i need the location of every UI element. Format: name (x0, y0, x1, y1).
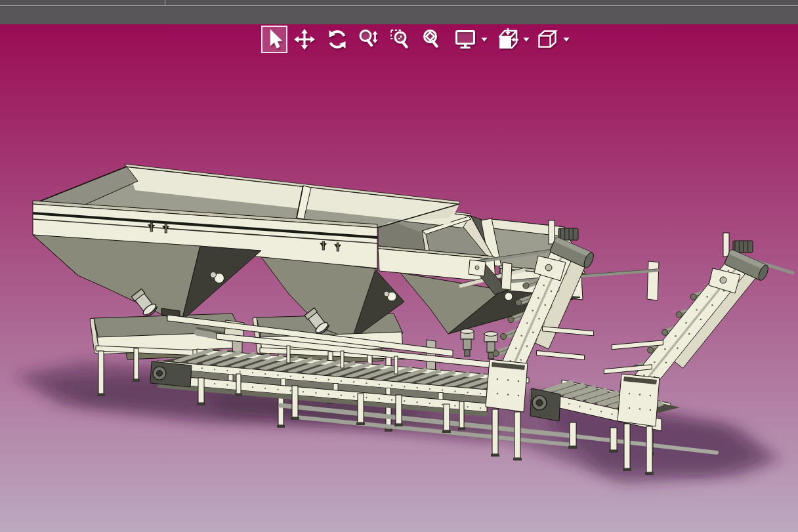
view-orientation-dropdown[interactable] (560, 26, 572, 53)
viewport[interactable] (0, 24, 798, 532)
caret-down-icon (481, 37, 488, 42)
zoom-fit-button[interactable] (419, 26, 446, 53)
model-scene (0, 24, 798, 532)
window-title-bar (0, 0, 798, 6)
views-box-icon (496, 28, 518, 51)
rotate-arrows-icon (326, 29, 348, 50)
menu-bar[interactable] (0, 6, 798, 24)
drawing-views-button[interactable] (494, 26, 520, 53)
cursor-arrow-icon (265, 29, 284, 50)
rotate-button[interactable] (324, 26, 350, 53)
full-screen-button[interactable] (452, 26, 478, 53)
view-orientation-button[interactable] (534, 26, 560, 53)
monitor-icon (455, 30, 476, 49)
title-bar-divider (165, 0, 165, 5)
zoom-button[interactable] (356, 26, 382, 53)
select-button[interactable] (261, 26, 287, 53)
view-toolbar (261, 25, 572, 54)
caret-down-icon (523, 37, 530, 42)
drawing-views-dropdown[interactable] (520, 26, 532, 53)
zoom-inout-icon (358, 29, 379, 50)
pan-button[interactable] (291, 26, 318, 53)
zoom-area-icon (390, 29, 412, 50)
pan-arrows-icon (293, 28, 316, 51)
zoom-area-button[interactable] (388, 26, 414, 53)
zoom-fit-icon (421, 29, 444, 50)
cube-icon (537, 30, 558, 49)
caret-down-icon (563, 37, 570, 42)
full-screen-dropdown[interactable] (478, 26, 490, 53)
cad-viewer-window (0, 0, 798, 532)
